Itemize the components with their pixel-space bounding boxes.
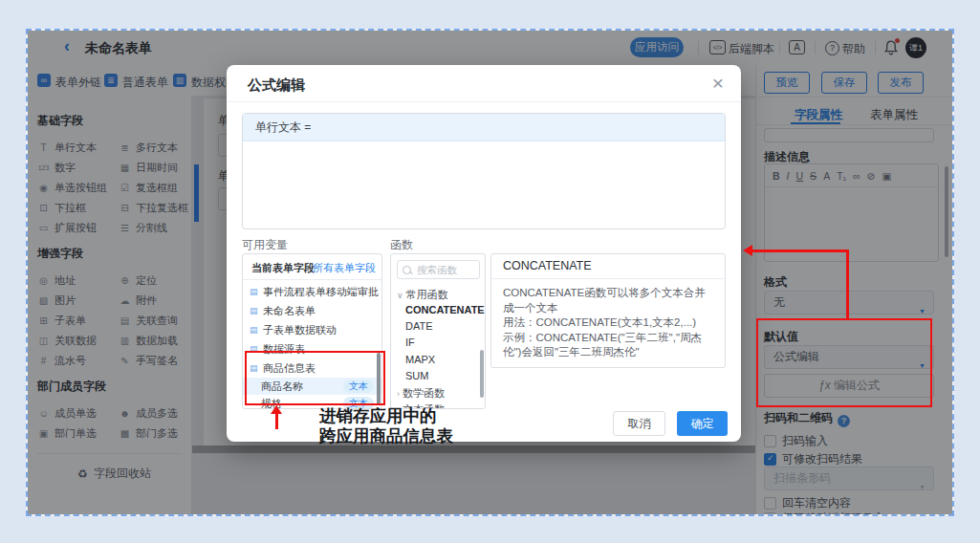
formula-editor[interactable]: 单行文本 = [242,113,726,229]
group-label: 常用函数 [406,289,448,300]
annotation-note-line1: 进销存应用中的 [319,406,453,426]
function-group-math[interactable]: ›数学函数 [391,386,485,401]
annotation-line-horizontal [751,250,848,252]
function-detail-title: CONCATENATE [491,254,725,279]
tab-current-form-fields[interactable]: 当前表单字段 [251,261,315,275]
app-window: ‹ 未命名表单 应用访问 </> 后端脚本 A ? 帮助 谭1 ∞ 表单外链 ≣… [26,29,954,516]
form-doc-icon: ▤ [250,306,259,315]
function-search-input[interactable] [415,263,474,276]
function-item-if[interactable]: IF [391,337,485,351]
screenshot-stage: ‹ 未命名表单 应用访问 </> 后端脚本 A ? 帮助 谭1 ∞ 表单外链 ≣… [0,0,980,543]
annotation-line-vertical [846,250,849,319]
chevron-right-icon: › [397,389,400,399]
learn-more-link[interactable]: 了解详情 [503,366,547,369]
function-group-common[interactable]: ∨常用函数 [391,288,485,302]
available-variables-label: 可用变量 [242,237,288,253]
variable-form-item[interactable]: ▤子表单数据联动 [243,321,381,338]
annotation-note: 进销存应用中的 跨应用商品信息表 [319,406,453,446]
function-detail-panel: CONCATENATE CONCATENATE函数可以将多个文本合并成一个文本 … [490,253,726,368]
function-usage: 用法：CONCATENATE(文本1,文本2,...) [503,315,713,331]
modal-title: 公式编辑 [248,76,305,95]
chevron-down-icon: ∨ [397,291,403,300]
form-doc-icon: ▤ [250,325,259,335]
annotation-arrow-stem [275,413,278,429]
form-name: 未命名表单 [263,304,316,318]
function-search-box [397,260,480,279]
form-doc-icon: ▤ [250,287,259,296]
cancel-button[interactable]: 取消 [613,411,665,436]
function-example: 示例：CONCATENATE("三年二班","周杰伦")会返回"三年二班周杰伦" [503,331,713,360]
variables-tabs: 当前表单字段 所有表单字段 [243,254,381,280]
function-item-date[interactable]: DATE [391,320,485,335]
functions-panel: ∨常用函数 CONCATENATE DATE IF MAPX SUM ›数学函数… [390,253,486,409]
variable-form-item[interactable]: ▤事件流程表单移动端审批 [243,283,381,300]
group-label: 数学函数 [403,387,445,399]
function-item-sum[interactable]: SUM [391,370,485,384]
search-icon [403,266,411,274]
function-detail-body: CONCATENATE函数可以将多个文本合并成一个文本 用法：CONCATENA… [491,279,725,368]
functions-scrollbar[interactable] [480,350,484,398]
annotation-note-line2: 跨应用商品信息表 [319,426,453,446]
close-icon[interactable]: × [712,72,724,95]
functions-label: 函数 [390,237,413,253]
divider [227,101,741,102]
confirm-button[interactable]: 确定 [677,411,728,436]
function-item-mapx[interactable]: MAPX [391,354,485,368]
form-name: 事件流程表单移动端审批 [263,285,379,299]
function-item-concatenate[interactable]: CONCATENATE [391,304,485,318]
variable-form-item[interactable]: ▤未命名表单 [243,302,381,319]
tab-all-form-fields[interactable]: 所有表单字段 [313,261,376,275]
form-name: 子表单数据联动 [263,323,337,337]
function-description: CONCATENATE函数可以将多个文本合并成一个文本 [503,286,713,315]
formula-target: 单行文本 = [243,114,725,141]
annotation-box-default-value [756,318,932,407]
annotation-box-product-table [245,351,385,405]
